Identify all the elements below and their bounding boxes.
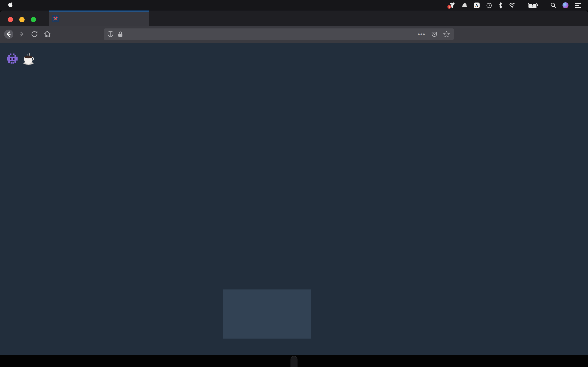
wifi-icon[interactable]	[509, 2, 516, 8]
screen: 1 A	[0, 0, 588, 367]
pocket-icon[interactable]	[431, 31, 437, 37]
dropbox-status-icon[interactable]: 1	[449, 2, 455, 8]
time-machine-icon[interactable]	[486, 2, 492, 8]
home-button[interactable]	[41, 28, 54, 41]
coffee-emoji	[23, 53, 35, 65]
input-source-icon[interactable]: A	[474, 2, 480, 8]
macos-menu-bar: 1 A	[0, 0, 588, 10]
zoom-window-button[interactable]	[31, 17, 36, 22]
tab-hexapod-simulator[interactable]	[49, 10, 149, 26]
reload-button[interactable]	[28, 28, 41, 41]
svg-text:A: A	[475, 3, 478, 8]
firefox-window: •••	[0, 10, 588, 355]
plot-legend	[223, 290, 311, 339]
spotlight-icon[interactable]	[551, 2, 556, 8]
dock	[291, 356, 297, 367]
tracking-protection-shield-icon[interactable]	[107, 31, 113, 37]
apple-menu[interactable]	[0, 2, 17, 8]
apple-logo-icon	[8, 2, 13, 8]
close-window-button[interactable]	[8, 17, 13, 22]
page-header-icons	[6, 53, 40, 65]
forward-button[interactable]	[15, 28, 28, 41]
navigation-toolbar: •••	[0, 26, 588, 43]
bluetooth-icon[interactable]	[498, 2, 502, 8]
tab-bar	[0, 10, 588, 26]
back-button[interactable]	[2, 28, 15, 41]
url-divider	[115, 31, 115, 38]
app-blob-icon[interactable]	[461, 2, 467, 8]
battery-icon[interactable]	[528, 3, 538, 8]
siri-icon[interactable]	[562, 2, 569, 8]
page-content	[0, 43, 588, 355]
control-center-icon[interactable]	[575, 3, 581, 8]
minimize-window-button[interactable]	[19, 17, 25, 22]
dropbox-badge: 1	[447, 5, 451, 9]
bookmark-star-icon[interactable]	[443, 31, 450, 37]
tab-favicon	[52, 15, 59, 22]
page-actions-icon[interactable]: •••	[418, 31, 425, 38]
url-bar[interactable]: •••	[104, 28, 454, 40]
hexapod-3d-plot[interactable]	[223, 81, 588, 339]
alien-monster-emoji	[6, 53, 18, 65]
lock-icon[interactable]	[118, 31, 123, 37]
